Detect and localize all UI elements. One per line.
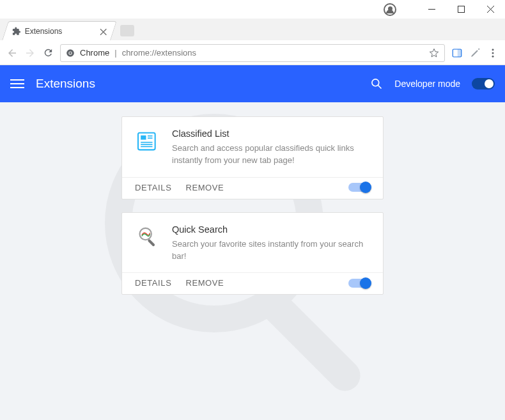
- url-text: chrome://extensions: [122, 48, 196, 58]
- svg-rect-6: [458, 49, 462, 57]
- enable-extension-toggle[interactable]: [348, 279, 370, 288]
- page-title: Extensions: [36, 77, 95, 91]
- extension-puzzle-icon: [12, 27, 21, 36]
- address-bar[interactable]: Chrome | chrome://extensions: [60, 44, 445, 62]
- forward-button[interactable]: [24, 47, 36, 59]
- close-tab-icon[interactable]: [100, 28, 107, 35]
- svg-rect-13: [138, 133, 155, 150]
- browser-tab[interactable]: Extensions: [2, 21, 117, 40]
- chrome-icon: [66, 49, 75, 58]
- tabstrip: Extensions: [0, 19, 505, 40]
- back-button[interactable]: [6, 47, 18, 59]
- new-tab-button[interactable]: [120, 25, 134, 36]
- enable-extension-toggle[interactable]: [348, 183, 370, 192]
- window-titlebar: [0, 0, 505, 19]
- browser-toolbar: Chrome | chrome://extensions: [0, 41, 505, 65]
- panel-icon[interactable]: [451, 47, 463, 59]
- magnifier-icon: [135, 224, 160, 250]
- extension-description: Search and access popular classifieds qu…: [172, 143, 370, 167]
- minimize-button[interactable]: [417, 0, 446, 19]
- remove-button[interactable]: REMOVE: [185, 278, 224, 288]
- developer-mode-label: Developer mode: [394, 79, 460, 89]
- hamburger-menu-icon[interactable]: [10, 77, 24, 91]
- svg-point-9: [492, 55, 494, 57]
- extension-description: Search your favorite sites instantly fro…: [172, 238, 370, 263]
- reload-button[interactable]: [42, 47, 54, 59]
- remove-button[interactable]: REMOVE: [185, 183, 224, 192]
- maximize-button[interactable]: [446, 0, 476, 19]
- svg-rect-21: [148, 238, 155, 246]
- svg-point-8: [492, 52, 494, 54]
- details-button[interactable]: DETAILS: [135, 183, 171, 192]
- developer-mode-toggle[interactable]: [472, 78, 495, 89]
- svg-rect-1: [458, 6, 464, 13]
- svg-point-7: [492, 49, 494, 51]
- svg-point-10: [372, 79, 379, 86]
- extension-name: Classified List: [172, 128, 370, 139]
- customize-icon[interactable]: [469, 47, 481, 59]
- svg-rect-0: [428, 9, 435, 10]
- svg-rect-14: [141, 136, 146, 140]
- menu-dots-icon[interactable]: [487, 47, 499, 59]
- extension-card: Quick Search Search your favorite sites …: [121, 212, 384, 295]
- bookmark-star-icon[interactable]: [429, 48, 439, 58]
- page-header: Extensions Developer mode: [0, 65, 505, 102]
- extension-name: Quick Search: [172, 224, 370, 235]
- close-window-button[interactable]: [476, 0, 505, 19]
- extension-card: Classified List Search and access popula…: [121, 116, 384, 199]
- url-separator: |: [114, 48, 116, 58]
- svg-point-4: [69, 52, 72, 54]
- url-scheme: Chrome: [80, 48, 109, 58]
- search-icon[interactable]: [370, 77, 383, 90]
- newspaper-icon: [135, 128, 160, 154]
- tab-title: Extensions: [25, 27, 63, 36]
- user-profile-icon[interactable]: [384, 3, 396, 16]
- content-area: Classified List Search and access popula…: [0, 102, 505, 420]
- svg-rect-12: [250, 281, 366, 397]
- details-button[interactable]: DETAILS: [135, 278, 171, 288]
